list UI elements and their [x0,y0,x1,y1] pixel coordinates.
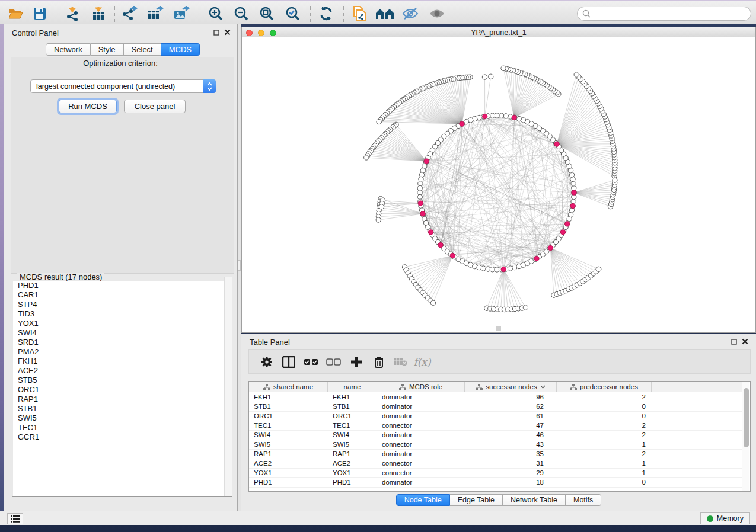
graph-hub-node[interactable] [424,159,429,164]
export-network-icon[interactable] [119,3,140,24]
mcds-result-list[interactable]: PHD1CAR1STP4TID3YOX1SWI4SRD1PMA2FKH1ACE2… [13,281,232,496]
column-header-mcds-role[interactable]: MCDS role [377,382,465,392]
graph-leaf-node[interactable] [482,75,487,79]
table-row[interactable]: SWI4SWI4dominator462 [249,431,742,440]
graph-leaf-node[interactable] [376,217,381,222]
open-session-icon[interactable] [5,3,26,24]
graph-leaf-node[interactable] [489,74,493,79]
graph-hub-node[interactable] [418,201,423,206]
optimization-criterion-select[interactable]: largest connected component (undirected) [30,79,216,93]
mcds-result-item[interactable]: TID3 [13,309,232,319]
deselect-all-icon[interactable] [324,352,343,371]
export-table-icon[interactable] [145,3,166,24]
float-panel-icon[interactable] [729,337,738,346]
mcds-result-item[interactable]: PHD1 [13,281,232,290]
graph-hub-node[interactable] [548,245,553,250]
tab-network[interactable]: Network [46,43,91,56]
graph-leaf-node[interactable] [613,178,617,182]
graph-hub-node[interactable] [482,114,487,118]
delete-icon[interactable] [369,352,388,371]
mcds-result-item[interactable]: SRD1 [13,338,232,347]
table-row[interactable]: ACE2ACE2connector311 [249,459,742,469]
mcds-result-item[interactable]: RAP1 [13,395,232,404]
mcds-result-item[interactable]: YOX1 [13,319,232,328]
network-canvas[interactable] [242,37,755,332]
tab-style[interactable]: Style [91,43,124,56]
mcds-result-item[interactable]: PMA2 [13,347,232,357]
mcds-result-item[interactable]: STB1 [13,404,232,414]
close-panel-icon[interactable] [741,337,749,346]
table-scrollbar[interactable] [742,382,749,491]
table-row[interactable]: TEC1TEC1connector472 [249,421,742,431]
table-row[interactable]: RAP1RAP1dominator352 [249,450,742,459]
memory-button[interactable]: Memory [700,512,750,524]
column-header-name[interactable]: name [328,382,377,392]
mcds-list-scrollbar[interactable] [224,277,232,496]
graph-hub-node[interactable] [420,211,425,216]
graph-hub-node[interactable] [554,142,559,146]
mcds-result-item[interactable]: ORC1 [13,385,232,395]
close-panel-button[interactable]: Close panel [124,100,186,113]
tab-edge-table[interactable]: Edge Table [450,494,503,506]
tab-network-table[interactable]: Network Table [503,494,566,506]
float-panel-icon[interactable] [212,28,221,37]
zoom-selected-icon[interactable] [282,3,304,24]
graph-hub-node[interactable] [428,230,433,235]
graph-hub-node[interactable] [570,203,575,208]
import-table-icon[interactable] [88,3,109,24]
graph-hub-node[interactable] [560,230,565,235]
graph-leaf-node[interactable] [574,72,579,77]
duplicate-network-icon[interactable] [349,3,370,24]
select-all-icon[interactable] [302,352,321,371]
mcds-result-item[interactable]: SWI4 [13,328,232,338]
graph-hub-node[interactable] [534,256,539,261]
graph-hub-node[interactable] [501,267,506,271]
table-scrollbar-thumb[interactable] [744,388,749,447]
splitter-handle[interactable] [238,260,241,271]
add-column-icon[interactable] [347,352,366,371]
close-panel-icon[interactable] [223,28,232,37]
table-row[interactable]: PHD1PHD1dominator180 [249,478,742,488]
task-history-button[interactable] [7,513,23,524]
mcds-result-item[interactable]: STB5 [13,376,232,385]
table-row[interactable]: SWI5SWI5connector431 [249,440,742,450]
hide-selected-icon[interactable] [400,3,421,24]
graph-hub-node[interactable] [565,222,570,226]
graph-hub-node[interactable] [460,121,464,126]
graph-leaf-node[interactable] [379,204,384,209]
graph-hub-node[interactable] [450,253,455,258]
mcds-result-item[interactable]: CAR1 [13,290,232,300]
column-header-successor-nodes[interactable]: successor nodes [465,382,557,392]
show-all-icon[interactable] [426,3,448,24]
refresh-icon[interactable] [315,3,337,24]
column-view-icon[interactable] [279,352,298,371]
graph-leaf-node[interactable] [501,66,506,70]
zoom-in-icon[interactable] [205,3,227,24]
graph-hub-node[interactable] [572,190,576,195]
column-header-predecessor-nodes[interactable]: predecessor nodes [557,382,652,392]
export-image-icon[interactable] [171,3,192,24]
search-text-field[interactable] [591,9,739,18]
mcds-result-item[interactable]: STP4 [13,300,232,309]
tab-node-table[interactable]: Node Table [396,494,450,506]
import-network-icon[interactable] [62,3,84,24]
graph-leaf-node[interactable] [596,267,601,271]
network-window-titlebar[interactable]: YPA_prune.txt_1 [242,27,755,37]
graph-hub-node[interactable] [438,242,443,247]
tab-mcds[interactable]: MCDS [161,43,200,56]
table-row[interactable]: STB1STB1dominator620 [249,402,742,412]
mcds-result-item[interactable]: FKH1 [13,357,232,366]
table-row[interactable]: YOX1YOX1connector291 [249,469,742,478]
canvas-scrollbar-grip[interactable] [496,326,501,331]
mcds-result-item[interactable]: ACE2 [13,366,232,376]
table-row[interactable]: ORC1ORC1dominator610 [249,412,742,421]
column-header-shared-name[interactable]: shared name [249,382,328,392]
table-row[interactable]: FKH1FKH1dominator962 [249,393,742,402]
zoom-out-icon[interactable] [231,3,252,24]
mcds-result-item[interactable]: GCR1 [13,432,232,442]
zoom-fit-icon[interactable] [256,3,277,24]
graph-leaf-node[interactable] [364,155,369,160]
save-session-icon[interactable] [29,3,50,24]
mcds-result-item[interactable]: SWI5 [13,414,232,423]
tab-motifs[interactable]: Motifs [566,494,601,506]
